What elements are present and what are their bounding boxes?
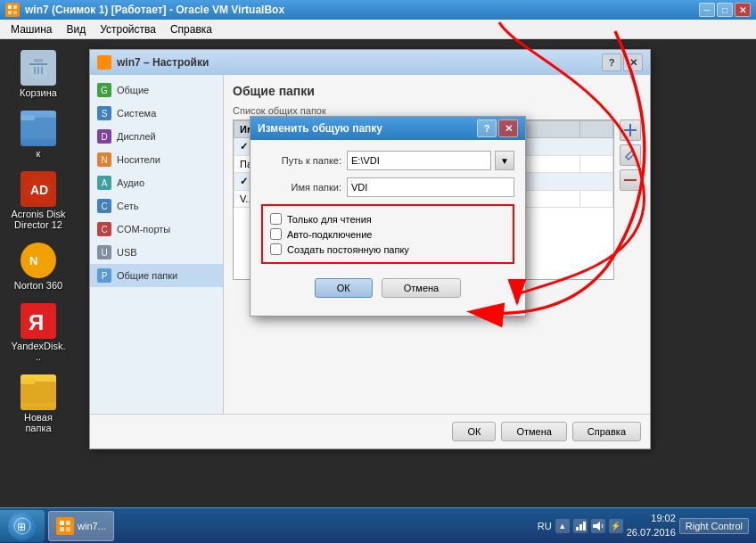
sidebar-system[interactable]: S Система — [90, 102, 223, 125]
recycle-label: Корзина — [20, 87, 57, 98]
sidebar-comports-icon: C — [97, 222, 111, 236]
desktop-icon-k[interactable]: к — [7, 107, 70, 162]
desktop-icon-new-folder[interactable]: Новая папка — [7, 371, 70, 437]
new-folder-label: Новая папка — [11, 412, 66, 433]
name-input[interactable] — [347, 177, 514, 197]
svg-rect-5 — [34, 59, 43, 62]
readonly-row: Только для чтения — [270, 213, 505, 225]
settings-help-action-btn[interactable]: Справка — [572, 422, 641, 441]
svg-text:Я: Я — [29, 310, 44, 334]
sidebar-general-label: Общие — [117, 85, 149, 95]
desktop-icon-yandex[interactable]: Я YandexDisk... — [7, 300, 70, 366]
tray-volume-icon[interactable] — [591, 519, 605, 533]
menu-devices[interactable]: Устройства — [93, 21, 163, 37]
sidebar-usb-label: USB — [117, 247, 137, 258]
svg-rect-18 — [21, 382, 56, 403]
add-dialog-btns: ОК Отмена — [261, 271, 514, 305]
settings-ok-btn[interactable]: ОК — [452, 422, 496, 441]
svg-rect-30 — [66, 527, 70, 531]
norton-icon: N — [21, 243, 56, 278]
vbox-maximize-btn[interactable]: □ — [717, 3, 733, 17]
checkbox-area: Только для чтения Авто-подключение Созда… — [261, 204, 514, 264]
settings-cancel-btn[interactable]: Отмена — [501, 422, 566, 441]
add-folder-btn[interactable] — [620, 119, 641, 141]
taskbar-task-vbox[interactable]: win7... — [48, 511, 114, 541]
sidebar-display-label: Дисплей — [117, 131, 156, 142]
sidebar-shared-folders[interactable]: P Общие папки — [90, 264, 223, 287]
sidebar-usb-icon: U — [97, 245, 111, 259]
tray-arrow-icon[interactable]: ▲ — [555, 519, 570, 533]
svg-rect-11 — [21, 115, 35, 120]
sidebar-audio[interactable]: A Аудио — [90, 171, 223, 194]
desktop: win7 (Снимок 1) [Работает] - Oracle VM V… — [0, 0, 756, 543]
vbox-title-text: win7 (Снимок 1) [Работает] - Oracle VM V… — [25, 4, 699, 16]
svg-point-14 — [24, 246, 53, 275]
add-folder-close-btn[interactable]: ✕ — [498, 119, 518, 137]
sidebar-system-label: Система — [117, 108, 156, 119]
permanent-checkbox[interactable] — [270, 243, 282, 255]
tray-date-text: 26.07.2016 — [627, 526, 676, 539]
sidebar-media-icon: N — [97, 152, 111, 167]
menu-help[interactable]: Справка — [163, 21, 219, 37]
taskbar-vbox-icon — [56, 517, 74, 535]
tray-ru: RU — [538, 521, 552, 531]
sidebar-display-icon: D — [97, 129, 111, 144]
vbox-close-btn[interactable]: ✕ — [735, 3, 751, 17]
settings-titlebar: win7 – Настройки ? ✕ — [90, 50, 650, 75]
desktop-icon-acronis[interactable]: AD Acronis Disk Director 12 — [7, 168, 70, 234]
readonly-checkbox[interactable] — [270, 213, 282, 225]
sidebar-system-icon: S — [97, 106, 111, 120]
sidebar-media-label: Носители — [117, 154, 160, 165]
svg-rect-2 — [8, 11, 12, 14]
menu-view[interactable]: Вид — [59, 21, 93, 37]
svg-rect-28 — [66, 521, 70, 525]
autoconnect-row: Авто-подключение — [270, 228, 505, 240]
svg-rect-21 — [624, 129, 637, 131]
sidebar-audio-icon: A — [97, 176, 111, 190]
acronis-icon: AD — [21, 171, 56, 207]
sidebar-network[interactable]: С Сеть — [90, 194, 223, 218]
svg-rect-3 — [13, 11, 17, 14]
edit-folder-btn[interactable] — [620, 144, 641, 166]
settings-bottom-btns: ОК Отмена Справка — [90, 414, 650, 448]
autoconnect-checkbox[interactable] — [270, 228, 282, 240]
add-folder-cancel-btn[interactable]: Отмена — [382, 278, 461, 298]
remove-folder-btn[interactable] — [620, 169, 641, 191]
sidebar-usb[interactable]: U USB — [90, 241, 223, 264]
desktop-icon-recycle[interactable]: Корзина — [7, 46, 70, 102]
settings-title-text: win7 – Настройки — [117, 56, 602, 69]
menu-machine[interactable]: Машина — [4, 21, 59, 37]
desktop-icon-norton[interactable]: N Norton 360 — [7, 239, 70, 294]
path-row: Путь к папке: ▼ — [261, 151, 514, 170]
permanent-row: Создать постоянную папку — [270, 243, 505, 255]
start-orb: ⊞ — [8, 512, 37, 540]
svg-rect-33 — [583, 522, 586, 531]
sidebar-media[interactable]: N Носители — [90, 148, 223, 171]
settings-close-btn[interactable]: ✕ — [623, 53, 643, 71]
yandex-icon: Я — [21, 303, 56, 339]
path-input[interactable] — [347, 151, 491, 170]
taskbar-task-label: win7... — [78, 521, 106, 531]
folder-k-icon — [21, 111, 56, 146]
tray-power-icon: ⚡ — [609, 519, 623, 533]
sidebar-general[interactable]: G Общие — [90, 78, 223, 102]
name-label: Имя папки: — [261, 182, 341, 193]
svg-rect-1 — [13, 5, 17, 9]
name-row: Имя папки: — [261, 177, 514, 197]
desktop-icons: Корзина к AD Acronis Disk Director 12 — [7, 46, 70, 437]
add-folder-ok-btn[interactable]: ОК — [315, 278, 373, 298]
tray-clock: 19:02 26.07.2016 — [627, 512, 676, 539]
new-folder-icon — [21, 374, 56, 410]
col-path — [580, 121, 613, 138]
sidebar-display[interactable]: D Дисплей — [90, 125, 223, 148]
path-dropdown-btn[interactable]: ▼ — [495, 151, 514, 170]
vbox-title-icon — [5, 3, 20, 17]
start-button[interactable]: ⊞ — [0, 510, 45, 542]
add-folder-help-btn[interactable]: ? — [477, 119, 497, 137]
settings-help-btn[interactable]: ? — [602, 53, 621, 71]
vbox-minimize-btn[interactable]: ─ — [699, 3, 715, 17]
tray-network-icon — [573, 519, 588, 533]
settings-sidebar: G Общие S Система D Дисплей N Носители A — [90, 75, 224, 414]
sidebar-comports[interactable]: C COM-порты — [90, 218, 223, 241]
right-control-btn[interactable]: Right Control — [679, 518, 749, 534]
